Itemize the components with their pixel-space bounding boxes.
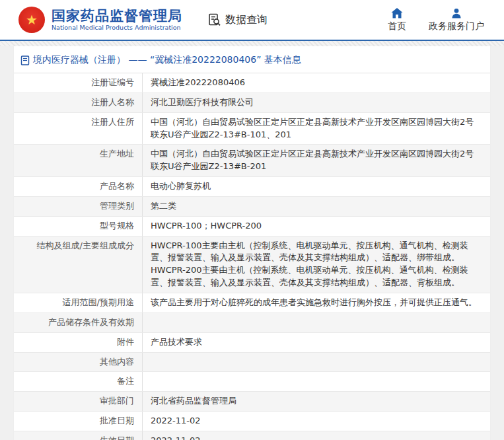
row-label: 注册证编号 [91, 77, 134, 89]
data-query-nav[interactable]: 数据查询 [207, 13, 268, 27]
table-row: 型号规格 HWCPR-100；HWCPR-200 [14, 217, 490, 237]
site-header: ★ 国家药品监督管理局 National Medical Products Ad… [0, 0, 504, 40]
row-value: HWCPR-100主要由主机（控制系统、电机驱动单元、按压机构、通气机构、检测装… [143, 237, 490, 293]
row-label: 适用范围/预期用途 [63, 297, 134, 309]
table-row: 管理类别 第二类 [14, 197, 490, 217]
info-table: 注册证编号 冀械注准20222080406 注册人名称 河北卫勤医疗科技有限公司 [14, 73, 490, 440]
row-label: 其他内容 [100, 356, 134, 369]
row-label: 注册人名称 [91, 96, 134, 109]
table-row: 审批部门 河北省药品监督管理局 [14, 392, 490, 412]
row-label: 生产地址 [100, 148, 134, 161]
row-label: 审批部门 [100, 395, 134, 408]
national-emblem-icon: ★ [18, 7, 45, 33]
org-name-zh: 国家药品监督管理局 [52, 8, 182, 24]
breadcrumb: 境内医疗器械（注册） —— “冀械注准20222080406” 基本信息 [14, 46, 490, 73]
row-value: 冀械注准20222080406 [143, 73, 490, 92]
page-title: 境内医疗器械（注册） —— “冀械注准20222080406” 基本信息 [33, 54, 301, 66]
row-value: 电动心肺复苏机 [143, 177, 490, 196]
row-value: 河北省药品监督管理局 [143, 392, 490, 411]
table-row: 产品名称 电动心肺复苏机 [14, 177, 490, 197]
nav-home[interactable]: 首页 [388, 8, 406, 32]
row-value: 该产品主要用于对心脏猝死的成年患者实施急救时进行胸外按压，并可提供正压通气。 [143, 293, 490, 312]
row-value: HWCPR-100；HWCPR-200 [143, 217, 490, 236]
user-icon [451, 8, 462, 18]
content-panel: 境内医疗器械（注册） —— “冀械注准20222080406” 基本信息 注册证… [13, 46, 491, 440]
row-label: 产品储存条件及有效期 [48, 316, 134, 329]
row-label: 注册人住所 [91, 116, 134, 129]
table-row: 注册证编号 冀械注准20222080406 [14, 73, 490, 93]
row-label: 批准日期 [100, 415, 134, 427]
row-label: 管理类别 [100, 200, 134, 213]
row-label: 生效日期 [100, 435, 134, 440]
row-label: 备注 [117, 375, 134, 388]
row-label: 附件 [117, 336, 134, 349]
row-value: 中国（河北）自由贸易试验区正定片区正定县高新技术产业开发区南区园博园大街2号联东… [143, 113, 490, 145]
table-row: 批准日期 2022-11-02 [14, 412, 490, 431]
document-search-icon [207, 13, 222, 27]
table-row: 生效日期 2022-11-02 [14, 431, 490, 440]
row-label: 结构及组成/主要组成成分 [37, 240, 134, 252]
table-row: 注册人住所 中国（河北）自由贸易试验区正定片区正定县高新技术产业开发区南区园博园… [14, 113, 490, 145]
table-row: 注册人名称 河北卫勤医疗科技有限公司 [14, 93, 490, 113]
table-row: 附件 产品技术要求 [14, 333, 490, 353]
home-icon [391, 8, 403, 18]
row-value: 中国（河北）自由贸易试验区正定片区正定县高新技术产业开发区南区园博园大街2号联东… [143, 145, 490, 176]
row-value [143, 313, 490, 332]
table-row: 产品储存条件及有效期 [14, 313, 490, 333]
nav-portal-label: 政务服务门户 [429, 20, 484, 32]
hatch-strip [0, 41, 504, 46]
row-label: 产品名称 [100, 180, 134, 193]
row-value: 2022-11-02 [143, 431, 490, 440]
table-row: 备注 [14, 372, 490, 392]
row-label: 型号规格 [100, 220, 134, 233]
row-value: 河北卫勤医疗科技有限公司 [143, 93, 490, 112]
org-name-en: National Medical Products Administration [52, 24, 182, 32]
row-value: 产品技术要求 [143, 333, 490, 352]
data-query-label: 数据查询 [225, 13, 268, 27]
table-row: 结构及组成/主要组成成分 HWCPR-100主要由主机（控制系统、电机驱动单元、… [14, 237, 490, 293]
row-value: 第二类 [143, 197, 490, 216]
nmpa-logo[interactable]: ★ 国家药品监督管理局 National Medical Products Ad… [18, 7, 182, 33]
row-value [143, 353, 490, 372]
row-value [143, 372, 490, 391]
table-row: 生产地址 中国（河北）自由贸易试验区正定片区正定县高新技术产业开发区南区园博园大… [14, 145, 490, 177]
table-row: 适用范围/预期用途 该产品主要用于对心脏猝死的成年患者实施急救时进行胸外按压，并… [14, 293, 490, 313]
page-icon [20, 55, 30, 65]
nav-home-label: 首页 [388, 20, 406, 32]
row-value: 2022-11-02 [143, 412, 490, 431]
table-row: 其他内容 [14, 353, 490, 373]
nav-gov-portal[interactable]: 政务服务门户 [429, 8, 484, 32]
